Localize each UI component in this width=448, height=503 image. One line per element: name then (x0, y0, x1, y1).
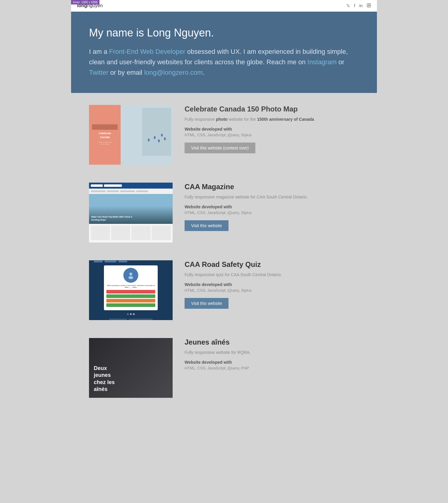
project-thumb-celebrate-canada: CelebrateCanada 150th anniversaryphoto m… (89, 105, 173, 165)
quiz-opt-2 (106, 294, 155, 298)
thumb-headline: Make Your Road Trip Better With These 5 … (91, 215, 136, 221)
linkedin-icon[interactable]: in (359, 3, 363, 8)
thumb-col3 (131, 226, 151, 240)
project-info-celebrate-canada: Celebrate Canada 150 Photo Map Fully res… (185, 105, 359, 153)
desc-bold2: 150th anniversary of Canada (257, 117, 314, 122)
dot (133, 313, 135, 315)
hero-section: My name is Long Nguyen. I am a Front-End… (71, 12, 377, 93)
project-title-caa-magazine: CAA Magazine (185, 183, 359, 191)
subnav-item (107, 190, 119, 192)
instagram-icon[interactable] (367, 3, 371, 8)
twitter-icon[interactable]: 𝕏 (346, 3, 350, 8)
svg-rect-0 (367, 4, 371, 7)
tech-0: HTML, CSS, JavaScript, jQuery, Stylus (185, 133, 359, 137)
quiz-footer (109, 319, 153, 320)
email-link[interactable]: long@longzero.com (144, 69, 203, 76)
thumb-title-text: CelebrateCanada (99, 132, 111, 139)
quiz-opt-1 (106, 290, 155, 293)
thumb-map-panel (121, 105, 173, 165)
dot (127, 313, 129, 315)
quiz-nav-item (105, 261, 116, 262)
instagram-link[interactable]: Instagram (307, 58, 337, 66)
thumb-overlay-text: Deuxjeuneschez lesaînés (94, 365, 115, 393)
visit-btn-celebrate-canada[interactable]: Visit this website (contest over) (185, 143, 255, 153)
page-wrapper: Inner: 1680 x 6896 longnguyen 𝕏 f in My … (71, 0, 377, 428)
thumb-hero-caa: Make Your Road Trip Better With These 5 … (89, 194, 173, 224)
hero-period: . (203, 69, 205, 76)
quiz-opt-3 (106, 299, 155, 302)
portfolio-section: CelebrateCanada 150th anniversaryphoto m… (71, 93, 377, 428)
tech-label-0: Website developed with (185, 127, 359, 132)
tech-label-1: Website developed with (185, 204, 359, 209)
visit-btn-caa-quiz[interactable]: Visit this website (185, 298, 228, 309)
tech-3: HTML, CSS, JavaScript, jQuery, PHP (185, 366, 359, 370)
nav-logo-thumb (91, 184, 103, 187)
project-title-jeunes: Jeunes aînés (185, 338, 359, 346)
hero-or2: or by email (108, 69, 144, 76)
thumb-sub-text: 150th anniversaryphoto map (98, 141, 112, 145)
desc-bold: photo (216, 117, 228, 122)
thumb-map (142, 108, 171, 156)
subnav-item (136, 190, 148, 192)
tech-2: HTML, CSS, JavaScript, jQuery, Stylus (185, 288, 359, 293)
nav-btn-thumb (104, 184, 122, 187)
project-title-celebrate-canada: Celebrate Canada 150 Photo Map (185, 105, 359, 113)
subnav-item (120, 190, 135, 192)
thumb-quiz-nav (92, 260, 170, 264)
quiz-circle (123, 268, 138, 283)
project-thumb-caa-quiz: When passing a cyclist on the street, mo… (89, 260, 173, 320)
desc-mid: website for the (228, 117, 257, 122)
thumb-subnav (89, 189, 173, 194)
quiz-nav-item (118, 261, 127, 262)
quiz-footer-link (129, 319, 153, 320)
quiz-question-text: When passing a cyclist on the street, mo… (106, 285, 155, 288)
desc-before: Fully responsive (185, 117, 216, 122)
map-pin (158, 139, 160, 142)
visit-btn-caa-magazine[interactable]: Visit this website (185, 220, 228, 231)
project-thumb-jeunes: Deuxjeuneschez lesaînés (89, 338, 173, 398)
project-title-caa-quiz: CAA Road Safety Quiz (185, 260, 359, 269)
project-thumb-caa-magazine: Make Your Road Trip Better With These 5 … (89, 183, 173, 242)
thumb-col1 (91, 226, 110, 240)
thumb-left-panel: CelebrateCanada 150th anniversaryphoto m… (89, 105, 121, 165)
project-caa-magazine: Make Your Road Trip Better With These 5 … (89, 183, 359, 242)
hero-heading: My name is Long Nguyen. (89, 27, 359, 39)
nav-social-icons: 𝕏 f in (346, 3, 371, 8)
dimension-badge: Inner: 1680 x 6896 (71, 0, 99, 4)
svg-point-4 (128, 276, 133, 279)
project-info-caa-magazine: CAA Magazine Fully responsive magazine w… (185, 183, 359, 231)
thumb-col4 (152, 226, 171, 240)
desc-after: . (314, 117, 315, 122)
project-celebrate-canada: CelebrateCanada 150th anniversaryphoto m… (89, 105, 359, 165)
project-info-caa-quiz: CAA Road Safety Quiz Fully responsive qu… (185, 260, 359, 309)
project-desc-caa-quiz: Fully responsive quiz for CAA South Cent… (185, 272, 359, 278)
hero-highlight[interactable]: Front-End Web Developer (109, 48, 185, 55)
hero-para: I am a Front-End Web Developer obsessed … (89, 46, 359, 78)
map-pin (161, 134, 163, 137)
map-pin (148, 138, 150, 141)
thumb-nav-bar (92, 124, 118, 130)
thumb-col2 (111, 226, 130, 240)
map-pin (154, 136, 156, 139)
project-caa-quiz: When passing a cyclist on the street, mo… (89, 260, 359, 320)
tech-label-3: Website developed with (185, 360, 359, 365)
svg-point-1 (368, 4, 370, 6)
thumb-content-row (89, 224, 173, 242)
project-jeunes: Deuxjeuneschez lesaînés Jeunes aînés Ful… (89, 338, 359, 398)
svg-point-3 (129, 273, 132, 276)
thumb-quiz-card: When passing a cyclist on the street, mo… (104, 265, 158, 310)
hero-or1: or (337, 58, 344, 66)
svg-point-2 (370, 4, 370, 4)
hero-text-before: I am a (89, 48, 109, 55)
quiz-dots (127, 313, 135, 315)
tech-1: HTML, CSS, JavaScript, jQuery, Stylus (185, 210, 359, 215)
dot (130, 313, 132, 315)
navbar: longnguyen 𝕏 f in (71, 0, 377, 12)
map-pin (164, 137, 166, 140)
quiz-footer-link (109, 319, 127, 320)
thumb-nav-caa (89, 183, 173, 189)
twitter-link[interactable]: Twitter (89, 69, 108, 76)
subnav-item (91, 190, 106, 192)
facebook-icon[interactable]: f (354, 3, 355, 8)
tech-label-2: Website developed with (185, 282, 359, 287)
